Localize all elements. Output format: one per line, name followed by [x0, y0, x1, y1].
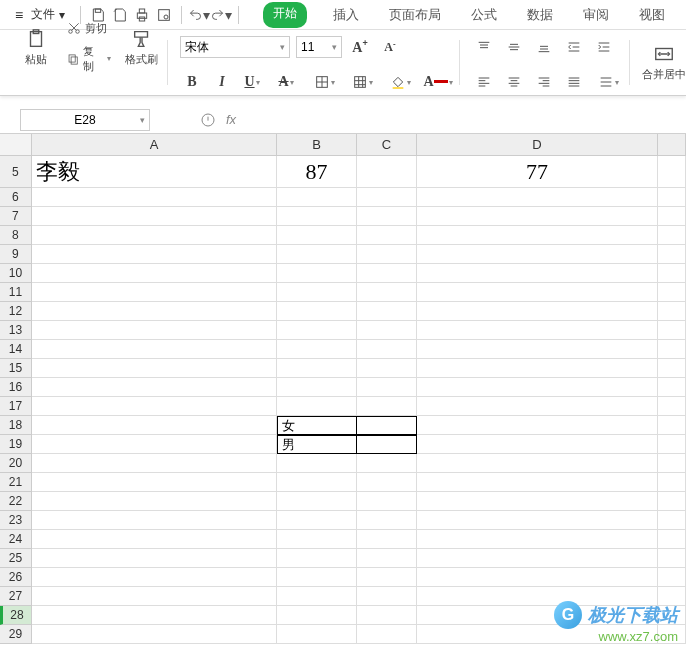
cell[interactable] [417, 226, 658, 245]
cell[interactable] [658, 226, 686, 245]
row-header[interactable]: 7 [0, 207, 32, 226]
cell[interactable] [417, 340, 658, 359]
cell[interactable] [277, 568, 357, 587]
cell[interactable] [32, 397, 277, 416]
cell[interactable] [417, 378, 658, 397]
cell[interactable] [277, 378, 357, 397]
row-header[interactable]: 16 [0, 378, 32, 397]
cell[interactable] [277, 530, 357, 549]
cell[interactable] [357, 397, 417, 416]
align-top-button[interactable] [472, 35, 496, 59]
cell[interactable] [277, 492, 357, 511]
tab-data[interactable]: 数据 [523, 2, 557, 28]
fill-pattern-button[interactable]: ▾ [346, 70, 378, 94]
row-header[interactable]: 29 [0, 625, 32, 644]
cell[interactable] [32, 378, 277, 397]
strikethrough-button[interactable]: A▾ [270, 70, 302, 94]
justify-button[interactable] [562, 70, 586, 94]
cell[interactable] [357, 416, 417, 435]
cell[interactable] [357, 454, 417, 473]
cell[interactable] [277, 587, 357, 606]
undo-icon[interactable]: ▾ [188, 4, 210, 26]
cell[interactable] [277, 454, 357, 473]
tab-page-layout[interactable]: 页面布局 [385, 2, 445, 28]
cell[interactable] [32, 530, 277, 549]
row-header[interactable]: 12 [0, 302, 32, 321]
row-header[interactable]: 25 [0, 549, 32, 568]
cell[interactable] [658, 454, 686, 473]
cell[interactable] [357, 302, 417, 321]
increase-indent-button[interactable] [592, 35, 616, 59]
tab-formula[interactable]: 公式 [467, 2, 501, 28]
cell[interactable] [417, 511, 658, 530]
cell[interactable] [658, 321, 686, 340]
row-header[interactable]: 24 [0, 530, 32, 549]
cell[interactable] [658, 207, 686, 226]
cell[interactable] [32, 340, 277, 359]
cell[interactable] [277, 321, 357, 340]
fx-label[interactable]: fx [226, 112, 236, 127]
row-header[interactable]: 18 [0, 416, 32, 435]
tab-review[interactable]: 审阅 [579, 2, 613, 28]
row-header[interactable]: 21 [0, 473, 32, 492]
cell[interactable] [658, 473, 686, 492]
cell[interactable] [417, 492, 658, 511]
format-painter-button[interactable]: 格式刷 [121, 19, 162, 75]
cell[interactable] [417, 359, 658, 378]
row-header[interactable]: 28 [0, 606, 32, 625]
tab-start[interactable]: 开始 [263, 2, 307, 28]
cell[interactable] [32, 568, 277, 587]
increase-font-button[interactable]: A+ [348, 35, 372, 59]
decrease-indent-button[interactable] [562, 35, 586, 59]
align-left-button[interactable] [472, 70, 496, 94]
cell[interactable] [32, 549, 277, 568]
row-header[interactable]: 19 [0, 435, 32, 454]
cell[interactable] [357, 321, 417, 340]
cell[interactable] [357, 606, 417, 625]
cell[interactable] [417, 302, 658, 321]
cell[interactable] [357, 264, 417, 283]
cell[interactable] [357, 207, 417, 226]
cell[interactable] [658, 264, 686, 283]
cell[interactable] [658, 549, 686, 568]
cell[interactable] [277, 397, 357, 416]
cell[interactable] [277, 188, 357, 207]
row-header[interactable]: 14 [0, 340, 32, 359]
row-header[interactable]: 20 [0, 454, 32, 473]
cell[interactable]: 87 [277, 156, 357, 188]
cell[interactable] [658, 435, 686, 454]
cell[interactable] [32, 207, 277, 226]
cell[interactable] [658, 568, 686, 587]
row-header[interactable]: 11 [0, 283, 32, 302]
paste-button[interactable]: 粘贴 [16, 19, 57, 75]
cell[interactable] [32, 625, 277, 644]
cell[interactable] [417, 473, 658, 492]
cell[interactable] [32, 264, 277, 283]
bold-button[interactable]: B [180, 70, 204, 94]
align-center-button[interactable] [502, 70, 526, 94]
tab-insert[interactable]: 插入 [329, 2, 363, 28]
cell[interactable] [277, 207, 357, 226]
name-box[interactable]: E28 ▾ [20, 109, 150, 131]
cell[interactable] [417, 397, 658, 416]
cell[interactable] [32, 492, 277, 511]
fill-color-button[interactable]: ▾ [384, 70, 416, 94]
align-middle-button[interactable] [502, 35, 526, 59]
align-right-button[interactable] [532, 70, 556, 94]
cell[interactable] [277, 625, 357, 644]
column-header[interactable]: C [357, 134, 417, 156]
row-header[interactable]: 23 [0, 511, 32, 530]
cell[interactable] [357, 511, 417, 530]
cell[interactable] [417, 530, 658, 549]
cell[interactable] [32, 587, 277, 606]
cell[interactable] [658, 397, 686, 416]
cell[interactable] [277, 340, 357, 359]
font-name-select[interactable]: 宋体▾ [180, 36, 290, 58]
decrease-font-button[interactable]: A- [378, 35, 402, 59]
cell[interactable] [32, 511, 277, 530]
italic-button[interactable]: I [210, 70, 234, 94]
cell[interactable] [417, 283, 658, 302]
cell[interactable] [357, 492, 417, 511]
cell[interactable] [277, 511, 357, 530]
cell[interactable]: 男 [277, 435, 357, 454]
